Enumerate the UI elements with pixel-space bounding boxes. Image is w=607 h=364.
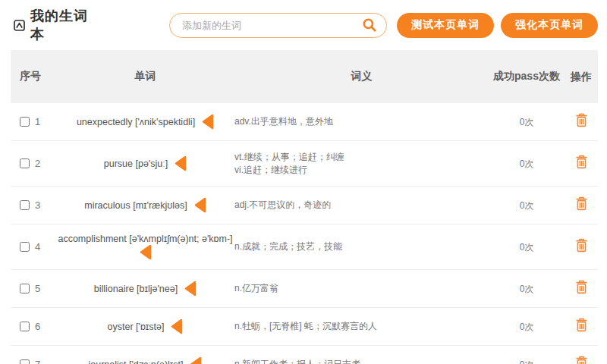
add-word-input[interactable]	[169, 13, 387, 38]
search-icon[interactable]	[362, 17, 377, 33]
table-row: 5 billionaire [bɪljə'neə] n.亿万富翁 0次	[11, 270, 598, 308]
row-index-cell: 5	[11, 283, 56, 294]
word-meaning: adj.不可思议的，奇迹的	[234, 196, 489, 215]
top-bar: 我的生词本 测试本页单词 强化本页单词	[0, 0, 607, 50]
meaning-line: adj.不可思议的，奇迹的	[234, 199, 481, 212]
word-meaning: adv.出乎意料地，意外地	[234, 112, 489, 131]
delete-icon[interactable]	[575, 280, 588, 294]
table-row: 1 unexpectedly ['ʌnik'spektidli] adv.出乎意…	[11, 103, 598, 141]
row-index: 2	[35, 158, 40, 169]
header-meaning: 词义	[234, 70, 489, 83]
row-action-cell	[565, 113, 598, 130]
row-checkbox[interactable]	[20, 322, 30, 331]
row-action-cell	[565, 280, 598, 297]
row-action-cell	[565, 318, 598, 335]
delete-icon[interactable]	[575, 113, 588, 127]
table-row: 6 oyster ['ɒɪstə] n.牡蛎，[无脊椎] 蚝；沉默寡言的人 0次	[11, 308, 598, 346]
pass-count: 0次	[520, 158, 534, 169]
meaning-line: n.成就；完成；技艺，技能	[234, 240, 481, 253]
pass-count: 0次	[520, 117, 534, 127]
row-index-cell: 2	[11, 158, 56, 169]
title-wrap: 我的生词本	[14, 7, 99, 43]
word-meaning: n.牡蛎，[无脊椎] 蚝；沉默寡言的人	[234, 317, 489, 336]
pass-count-cell: 0次	[489, 198, 565, 212]
table-row: 4 accomplishment [ə'kʌmplɪʃm(ə)nt; ə'kɒm…	[11, 224, 598, 270]
row-index-cell: 6	[11, 321, 56, 332]
word-text: journalist ['dʒɜːn(ə)lɪst]	[89, 359, 184, 364]
row-checkbox[interactable]	[20, 242, 30, 252]
pronounce-icon[interactable]	[201, 114, 214, 130]
row-word-cell: miraculous [mɪ'rækjʊləs]	[56, 194, 234, 216]
row-index-cell: 3	[11, 199, 56, 211]
delete-icon[interactable]	[575, 196, 588, 211]
table-body: 1 unexpectedly ['ʌnik'spektidli] adv.出乎意…	[11, 103, 598, 364]
pass-count: 0次	[520, 200, 534, 211]
pass-count: 0次	[520, 322, 534, 332]
meaning-line: adv.出乎意料地，意外地	[234, 115, 481, 128]
header-pass-count: 成功pass次数	[489, 70, 565, 83]
delete-icon[interactable]	[575, 155, 588, 169]
delete-icon[interactable]	[575, 356, 588, 364]
row-index: 5	[35, 283, 40, 294]
row-word-cell: unexpectedly ['ʌnik'spektidli]	[56, 111, 234, 133]
test-page-words-button[interactable]: 测试本页单词	[397, 13, 494, 38]
pronounce-icon[interactable]	[189, 356, 202, 364]
pass-count: 0次	[520, 242, 534, 253]
row-word-cell: accomplishment [ə'kʌmplɪʃm(ə)nt; ə'kɒm-]	[56, 231, 234, 263]
notebook-icon	[14, 20, 25, 31]
row-checkbox[interactable]	[20, 284, 30, 293]
row-word-cell: journalist ['dʒɜːn(ə)lɪst]	[56, 353, 234, 364]
row-checkbox[interactable]	[20, 359, 30, 364]
pass-count-cell: 0次	[489, 319, 565, 334]
row-word-cell: billionaire [bɪljə'neə]	[56, 278, 234, 300]
meaning-line: n.亿万富翁	[234, 282, 481, 295]
word-text: billionaire [bɪljə'neə]	[94, 284, 178, 294]
word-meaning: n.新闻工作者；报人；记日志者	[234, 355, 489, 364]
row-index: 6	[35, 321, 40, 332]
meaning-line: n.新闻工作者；报人；记日志者	[234, 358, 481, 364]
row-checkbox[interactable]	[20, 200, 30, 210]
delete-icon[interactable]	[575, 318, 588, 332]
pass-count: 0次	[520, 284, 534, 294]
delete-icon[interactable]	[575, 238, 588, 253]
row-word-cell: pursue [pə'sjuː]	[56, 152, 234, 174]
row-action-cell	[565, 196, 598, 214]
word-text: oyster ['ɒɪstə]	[108, 322, 165, 332]
row-index: 7	[35, 359, 40, 364]
word-meaning: n.亿万富翁	[234, 279, 489, 298]
pronounce-icon[interactable]	[174, 155, 187, 171]
pass-count-cell: 0次	[489, 281, 565, 296]
header-word: 单词	[56, 70, 234, 83]
vocab-table: 序号 单词 词义 成功pass次数 操作 1 unexpectedly ['ʌn…	[11, 50, 598, 364]
meaning-line: n.牡蛎，[无脊椎] 蚝；沉默寡言的人	[234, 320, 481, 333]
word-text: accomplishment [ə'kʌmplɪʃm(ə)nt; ə'kɒm-]	[58, 234, 232, 244]
row-action-cell	[565, 356, 598, 364]
word-text: miraculous [mɪ'rækjʊləs]	[84, 200, 187, 211]
table-row: 7 journalist ['dʒɜːn(ə)lɪst] n.新闻工作者；报人；…	[11, 346, 598, 364]
pass-count-cell: 0次	[489, 357, 565, 364]
header-action: 操作	[565, 67, 598, 86]
pass-count-cell: 0次	[489, 156, 565, 171]
table-row: 2 pursue [pə'sjuː] vt.继续；从事；追赶；纠缠vi.追赶；继…	[11, 141, 598, 187]
row-index: 4	[35, 241, 40, 253]
row-index: 1	[35, 116, 40, 127]
pronounce-icon[interactable]	[193, 197, 206, 213]
row-index-cell: 4	[11, 241, 56, 253]
row-action-cell	[565, 155, 598, 172]
header-index: 序号	[11, 70, 56, 83]
meaning-line: vt.继续；从事；追赶；纠缠	[234, 151, 481, 164]
page-title: 我的生词本	[30, 7, 99, 43]
row-word-cell: oyster ['ɒɪstə]	[56, 315, 234, 337]
table-row: 3 miraculous [mɪ'rækjʊləs] adj.不可思议的，奇迹的…	[11, 187, 598, 224]
pass-count-cell: 0次	[489, 240, 565, 254]
pass-count-cell: 0次	[489, 115, 565, 129]
row-index: 3	[35, 199, 40, 211]
reinforce-page-words-button[interactable]: 强化本页单词	[501, 13, 598, 38]
table-header: 序号 单词 词义 成功pass次数 操作	[11, 50, 598, 103]
row-checkbox[interactable]	[20, 117, 30, 127]
row-checkbox[interactable]	[20, 158, 30, 168]
pronounce-icon[interactable]	[139, 244, 152, 260]
pronounce-icon[interactable]	[184, 281, 197, 297]
pronounce-icon[interactable]	[170, 318, 183, 334]
row-index-cell: 1	[11, 116, 56, 127]
